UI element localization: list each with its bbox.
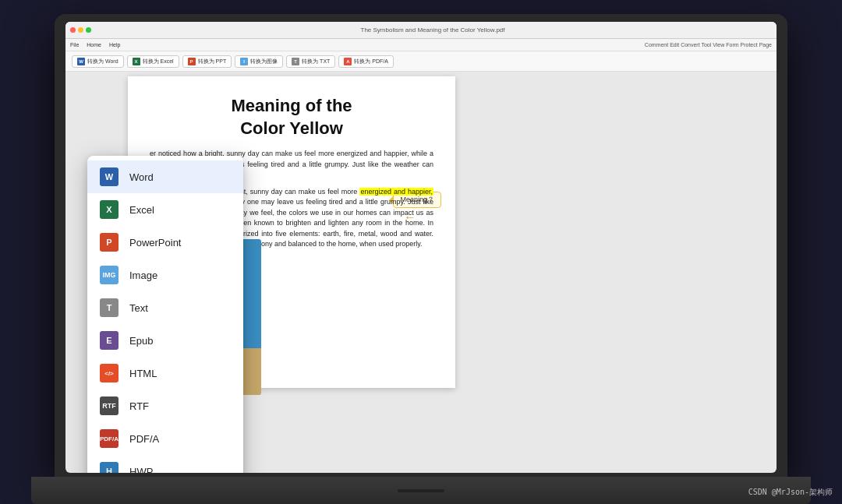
- excel-menu-label: Excel: [129, 204, 154, 216]
- menu-file[interactable]: File: [70, 42, 79, 48]
- convert-to-ppt-btn[interactable]: P 转换为 PPT: [182, 55, 232, 68]
- image-icon: I: [240, 58, 248, 65]
- document-title: Meaning of the Color Yellow: [150, 95, 433, 139]
- watermark: CSDN @MrJson-架构师: [748, 487, 833, 498]
- ppt-icon: P: [188, 58, 196, 65]
- text-menu-icon: T: [100, 298, 119, 317]
- ppt-menu-label: PowerPoint: [129, 237, 181, 248]
- pdf-icon: A: [344, 58, 352, 65]
- hwp-menu-label: HWP: [129, 466, 153, 474]
- pdfa-menu-label: PDF/A: [129, 433, 159, 445]
- pdf-viewer: The Symbolism and Meaning of the Color Y…: [65, 22, 777, 473]
- hwp-menu-icon: H: [100, 462, 119, 473]
- word-icon: W: [77, 58, 85, 65]
- convert-to-word-btn[interactable]: W 转换为 Word: [72, 55, 124, 68]
- html-menu-icon: </>: [100, 364, 119, 382]
- menu-item-text[interactable]: T Text: [87, 291, 243, 324]
- txt-icon: T: [292, 58, 299, 65]
- menu-item-rtf[interactable]: RTF RTF: [87, 389, 243, 422]
- menu-help[interactable]: Help: [109, 42, 120, 48]
- ppt-menu-icon: P: [100, 233, 119, 252]
- close-dot[interactable]: [70, 27, 76, 33]
- title-bar: The Symbolism and Meaning of the Color Y…: [65, 22, 777, 39]
- menu-item-word[interactable]: W Word: [87, 160, 243, 193]
- menu-item-image[interactable]: IMG Image: [87, 259, 243, 291]
- menu-item-hwp[interactable]: H HWP: [87, 455, 243, 473]
- excel-menu-icon: X: [100, 200, 119, 219]
- word-menu-label: Word: [129, 171, 154, 183]
- menu-item-epub[interactable]: E Epub: [87, 324, 243, 357]
- epub-menu-icon: E: [100, 331, 119, 350]
- format-dropdown-menu: W Word X Excel P PowerPoint IMG Image: [87, 156, 243, 473]
- maximize-dot[interactable]: [86, 27, 91, 33]
- menu-item-powerpoint[interactable]: P PowerPoint: [87, 226, 243, 259]
- rtf-menu-icon: RTF: [100, 397, 119, 415]
- menu-item-excel[interactable]: X Excel: [87, 193, 243, 226]
- convert-to-pdfa-btn[interactable]: A 转换为 PDF/A: [338, 55, 394, 68]
- convert-toolbar: W 转换为 Word X 转换为 Excel P 转换为 PPT I 转换为图像…: [65, 51, 777, 72]
- rtf-menu-label: RTF: [129, 400, 149, 412]
- image-menu-icon: IMG: [100, 266, 119, 284]
- text-menu-label: Text: [129, 302, 148, 314]
- convert-to-txt-btn[interactable]: T 转换为 TXT: [286, 55, 335, 68]
- html-menu-label: HTML: [129, 368, 157, 379]
- excel-icon: X: [133, 58, 140, 65]
- pdf-content-area: Meaning of the Color Yellow Meaning？ er …: [65, 72, 777, 473]
- menu-bar: File Home Help Comment Edit Convert Tool…: [65, 39, 777, 51]
- pdfa-menu-icon: PDF/A: [100, 429, 119, 448]
- word-menu-icon: W: [100, 167, 119, 186]
- menu-item-pdfa[interactable]: PDF/A PDF/A: [87, 422, 243, 455]
- laptop-base: [31, 477, 811, 504]
- convert-to-image-btn[interactable]: I 转换为图像: [235, 55, 283, 68]
- menu-item-html[interactable]: </> HTML: [87, 357, 243, 389]
- window-title: The Symbolism and Meaning of the Color Y…: [94, 26, 772, 33]
- menu-home[interactable]: Home: [87, 42, 101, 48]
- laptop-shell: The Symbolism and Meaning of the Color Y…: [55, 14, 787, 481]
- image-menu-label: Image: [129, 270, 157, 281]
- arrow-annotation: ←: [404, 210, 416, 224]
- minimize-dot[interactable]: [78, 27, 83, 33]
- highlighted-text: energized and happier,: [359, 188, 433, 196]
- epub-menu-label: Epub: [129, 335, 153, 347]
- convert-to-excel-btn[interactable]: X 转换为 Excel: [127, 55, 179, 68]
